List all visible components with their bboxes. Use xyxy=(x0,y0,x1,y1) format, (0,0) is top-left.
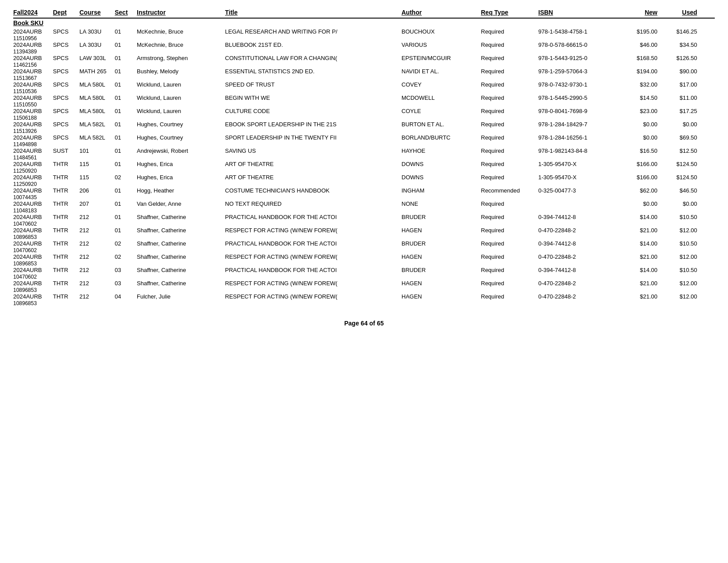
cell-sect: 02 xyxy=(115,253,137,260)
cell-title: RESPECT FOR ACTING (W/NEW FOREW( xyxy=(225,280,402,287)
cell-fall: 2024AURB xyxy=(13,121,53,128)
cell-fall: 2024AURB xyxy=(13,214,53,220)
cell-title: CONSTITUTIONAL LAW FOR A CHANGIN( xyxy=(225,55,402,61)
sku-number: 11484561 xyxy=(13,155,715,161)
cell-reqtype: Required xyxy=(481,68,538,75)
cell-title: ART OF THEATRE xyxy=(225,161,402,167)
cell-new: $23.00 xyxy=(618,108,657,114)
cell-title: PRACTICAL HANDBOOK FOR THE ACTOI xyxy=(225,267,402,273)
cell-author: INGHAM xyxy=(402,187,481,194)
cell-author: BRUDER xyxy=(402,214,481,220)
cell-sect: 01 xyxy=(115,161,137,167)
cell-fall: 2024AURB xyxy=(13,253,53,260)
sku-number: 11513926 xyxy=(13,128,715,134)
cell-new: $14.00 xyxy=(618,240,657,247)
cell-isbn: 978-1-284-16256-1 xyxy=(538,134,618,141)
sku-number: 10896853 xyxy=(13,234,715,240)
cell-used: $0.00 xyxy=(657,121,697,128)
cell-instructor: Andrejewski, Robert xyxy=(137,147,225,154)
cell-used: $12.00 xyxy=(657,280,697,287)
header-isbn: ISBN xyxy=(538,9,618,16)
cell-isbn: 978-1-5438-4758-1 xyxy=(538,28,618,35)
cell-used: $12.50 xyxy=(657,147,697,154)
cell-fall: 2024AURB xyxy=(13,200,53,207)
cell-course: 212 xyxy=(79,280,115,287)
table-row: 2024AURB SPCS MLA 582L 01 Hughes, Courtn… xyxy=(13,121,715,134)
cell-dept: THTR xyxy=(53,187,79,194)
table-row: 2024AURB SPCS MLA 582L 01 Hughes, Courtn… xyxy=(13,134,715,147)
cell-used: $12.00 xyxy=(657,293,697,300)
cell-reqtype: Required xyxy=(481,174,538,181)
cell-course: 115 xyxy=(79,174,115,181)
cell-sect: 01 xyxy=(115,147,137,154)
cell-fall: 2024AURB xyxy=(13,134,53,141)
cell-sect: 03 xyxy=(115,280,137,287)
header-used: Used xyxy=(657,9,697,16)
cell-isbn: 0-470-22848-2 xyxy=(538,280,618,287)
cell-author: HAGEN xyxy=(402,227,481,234)
cell-title: SAVING US xyxy=(225,147,402,154)
cell-isbn: 1-305-95470-X xyxy=(538,161,618,167)
cell-dept: SPCS xyxy=(53,28,79,35)
cell-author: BORLAND/BURTC xyxy=(402,134,481,141)
cell-sect: 01 xyxy=(115,227,137,234)
cell-author: HAGEN xyxy=(402,293,481,300)
cell-reqtype: Required xyxy=(481,28,538,35)
header-new: New xyxy=(618,9,657,16)
header-instructor: Instructor xyxy=(137,9,225,16)
cell-author: NAVIDI ET AL. xyxy=(402,68,481,75)
cell-sect: 01 xyxy=(115,200,137,207)
cell-new: $14.50 xyxy=(618,94,657,101)
cell-dept: THTR xyxy=(53,161,79,167)
table-row: 2024AURB SPCS MLA 580L 01 Wicklund, Laur… xyxy=(13,108,715,121)
cell-sect: 03 xyxy=(115,267,137,273)
cell-reqtype: Recommended xyxy=(481,187,538,194)
cell-isbn: 0-470-22848-2 xyxy=(538,227,618,234)
cell-used: $10.50 xyxy=(657,267,697,273)
cell-author: VARIOUS xyxy=(402,42,481,48)
cell-reqtype: Required xyxy=(481,121,538,128)
cell-fall: 2024AURB xyxy=(13,55,53,61)
cell-course: 212 xyxy=(79,267,115,273)
table-row: 2024AURB THTR 115 01 Hughes, Erica ART O… xyxy=(13,161,715,174)
cell-new: $0.00 xyxy=(618,121,657,128)
table-row: 2024AURB THTR 207 01 Van Gelder, Anne NO… xyxy=(13,200,715,214)
cell-dept: SPCS xyxy=(53,134,79,141)
cell-sect: 01 xyxy=(115,187,137,194)
page-container: Fall2024 Dept Course Sect Instructor Tit… xyxy=(0,0,728,336)
cell-title: RESPECT FOR ACTING (W/NEW FOREW( xyxy=(225,293,402,300)
cell-reqtype: Required xyxy=(481,227,538,234)
sku-number: 10896853 xyxy=(13,287,715,293)
cell-used: $69.50 xyxy=(657,134,697,141)
cell-reqtype: Required xyxy=(481,55,538,61)
header-dept: Dept xyxy=(53,9,79,16)
cell-author: BRUDER xyxy=(402,240,481,247)
cell-dept: THTR xyxy=(53,293,79,300)
cell-author: HAGEN xyxy=(402,280,481,287)
cell-fall: 2024AURB xyxy=(13,28,53,35)
cell-reqtype: Required xyxy=(481,253,538,260)
cell-instructor: Hughes, Courtney xyxy=(137,121,225,128)
cell-isbn: 978-1-5445-2990-5 xyxy=(538,94,618,101)
cell-author: BOUCHOUX xyxy=(402,28,481,35)
cell-isbn: 978-0-7432-9730-1 xyxy=(538,81,618,88)
cell-author: DOWNS xyxy=(402,174,481,181)
table-row: 2024AURB THTR 115 02 Hughes, Erica ART O… xyxy=(13,174,715,187)
sku-number: 10074435 xyxy=(13,194,715,200)
cell-title: LEGAL RESEARCH AND WRITING FOR P/ xyxy=(225,28,402,35)
cell-instructor: Wicklund, Lauren xyxy=(137,81,225,88)
table-row: 2024AURB THTR 212 02 Shaffner, Catherine… xyxy=(13,253,715,267)
cell-course: 212 xyxy=(79,240,115,247)
cell-fall: 2024AURB xyxy=(13,68,53,75)
cell-title: EBOOK SPORT LEADERSHIP IN THE 21S xyxy=(225,121,402,128)
cell-isbn: 978-1-284-18429-7 xyxy=(538,121,618,128)
cell-course: 212 xyxy=(79,253,115,260)
cell-instructor: Hughes, Erica xyxy=(137,174,225,181)
cell-dept: THTR xyxy=(53,267,79,273)
cell-used: $10.50 xyxy=(657,214,697,220)
cell-isbn: 978-1-259-57064-3 xyxy=(538,68,618,75)
cell-fall: 2024AURB xyxy=(13,81,53,88)
cell-instructor: Hughes, Courtney xyxy=(137,134,225,141)
cell-title: RESPECT FOR ACTING (W/NEW FOREW( xyxy=(225,253,402,260)
sku-number: 11394389 xyxy=(13,49,715,55)
